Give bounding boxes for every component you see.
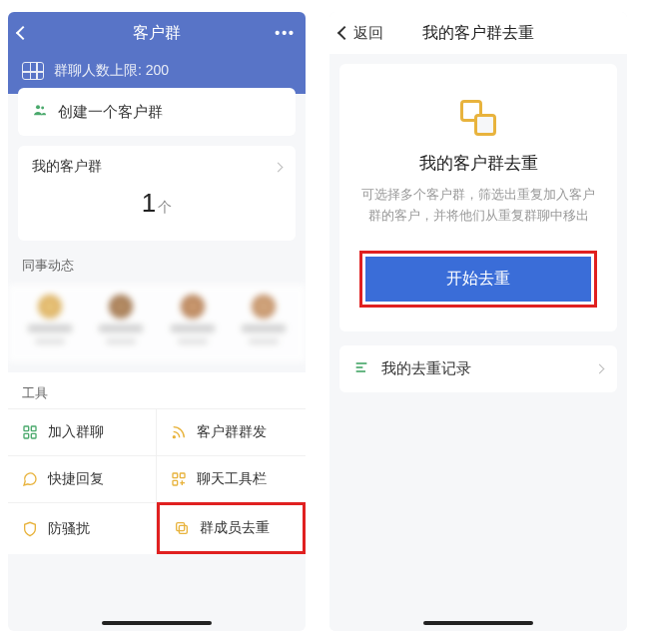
phone-right: 返回 我的客户群去重 我的客户群去重 可选择多个客户群，筛选出重复加入客户群的客… (329, 12, 627, 631)
svg-point-1 (41, 107, 44, 110)
colleague-item[interactable] (233, 295, 297, 344)
home-indicator (102, 621, 212, 625)
avatar (252, 295, 276, 319)
colleague-item[interactable] (161, 295, 225, 344)
tool-quick-reply[interactable]: 快捷回复 (8, 455, 157, 502)
svg-rect-3 (31, 426, 36, 431)
broadcast-icon (171, 424, 187, 440)
dedup-large-icon (460, 100, 496, 136)
my-group-label: 我的客户群 (32, 158, 102, 176)
quick-reply-icon (22, 471, 38, 487)
phone-left: 客户群 ••• 群聊人数上限: 200 创建一个客户群 我的客户群 1个 同事动… (8, 12, 306, 631)
more-button[interactable]: ••• (275, 25, 296, 41)
page-title: 客户群 (8, 23, 306, 44)
tools-section-label: 工具 (8, 372, 306, 408)
my-group-card[interactable]: 我的客户群 1个 (18, 146, 296, 241)
svg-rect-9 (173, 480, 178, 485)
colleague-row (8, 285, 306, 362)
tool-join-group[interactable]: 加入群聊 (8, 408, 157, 455)
tools-grid: 加入群聊 客户群群发 快捷回复 聊天工具栏 防骚扰 群成员去重 (8, 408, 306, 554)
chevron-left-icon (337, 26, 351, 40)
svg-rect-4 (24, 433, 29, 438)
back-button[interactable]: 返回 (339, 24, 383, 43)
create-group-button[interactable]: 创建一个客户群 (18, 88, 296, 136)
nav-bar: 客户群 ••• (8, 12, 306, 54)
svg-rect-2 (24, 426, 29, 431)
grid-icon (22, 62, 44, 80)
chevron-left-icon (16, 26, 30, 40)
create-group-label: 创建一个客户群 (58, 103, 163, 122)
nav-bar: 返回 我的客户群去重 (329, 12, 627, 54)
svg-rect-5 (31, 433, 36, 438)
dedup-icon (174, 520, 190, 536)
list-icon (353, 359, 369, 378)
tool-anti-harass[interactable]: 防骚扰 (8, 502, 157, 554)
tool-chat-toolbar[interactable]: 聊天工具栏 (157, 455, 306, 502)
toolbar-icon (171, 471, 187, 487)
svg-point-6 (173, 436, 175, 438)
svg-rect-8 (180, 473, 185, 478)
back-button[interactable] (18, 28, 32, 38)
dedup-description: 可选择多个客户群，筛选出重复加入客户群的客户，并将他们从重复群聊中移出 (359, 185, 597, 227)
svg-rect-12 (177, 523, 185, 531)
home-indicator (423, 621, 533, 625)
group-count: 1个 (18, 184, 296, 227)
colleague-section-label: 同事动态 (8, 251, 306, 281)
colleague-item[interactable] (90, 295, 154, 344)
limit-text: 群聊人数上限: 200 (54, 62, 169, 80)
tool-broadcast[interactable]: 客户群群发 (157, 408, 306, 455)
dedup-records-row[interactable]: 我的去重记录 (339, 345, 617, 392)
svg-point-0 (36, 105, 40, 109)
shield-icon (22, 521, 38, 537)
people-icon (32, 102, 48, 122)
svg-rect-7 (173, 473, 178, 478)
chevron-right-icon (274, 162, 284, 172)
chevron-right-icon (595, 363, 605, 373)
dedup-card: 我的客户群去重 可选择多个客户群，筛选出重复加入客户群的客户，并将他们从重复群聊… (339, 64, 617, 331)
body: 我的客户群去重 可选择多个客户群，筛选出重复加入客户群的客户，并将他们从重复群聊… (329, 54, 627, 631)
header: 客户群 ••• 群聊人数上限: 200 (8, 12, 306, 94)
start-button-highlight: 开始去重 (359, 251, 597, 308)
svg-rect-13 (179, 525, 187, 533)
colleague-item[interactable] (18, 295, 82, 344)
dedup-title: 我的客户群去重 (359, 152, 597, 175)
avatar (181, 295, 205, 319)
avatar (38, 295, 62, 319)
record-label: 我的去重记录 (381, 359, 471, 378)
start-dedup-button[interactable]: 开始去重 (365, 257, 591, 302)
tool-dedup-members[interactable]: 群成员去重 (157, 502, 306, 554)
my-group-header: 我的客户群 (18, 146, 296, 184)
join-group-icon (22, 424, 38, 440)
avatar (109, 295, 133, 319)
